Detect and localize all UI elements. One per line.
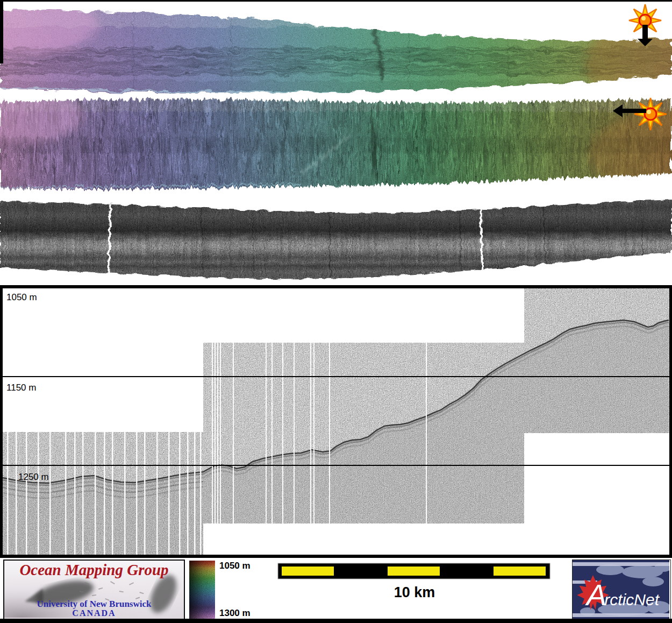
subbottom-profile-panel: 1050 m 1150 m 1250 m bbox=[0, 285, 672, 558]
frame-left-border bbox=[0, 0, 3, 63]
map-scalebar: 10 km bbox=[277, 563, 552, 611]
footer: Ocean Mapping Group University of New Br… bbox=[0, 558, 672, 623]
arcticnet-logo: ArcticNet bbox=[572, 560, 671, 621]
bottom-border-bar bbox=[0, 619, 672, 623]
omg-title: Ocean Mapping Group bbox=[4, 561, 184, 579]
swath-strips-area bbox=[0, 0, 672, 285]
omg-country: CANADA bbox=[4, 608, 184, 618]
depth-colorbar-gradient bbox=[189, 561, 215, 620]
scalebar-label: 10 km bbox=[277, 584, 552, 601]
depth-label-1050: 1050 m bbox=[6, 292, 37, 302]
sidescan-grayscale-strip bbox=[0, 196, 672, 282]
arcticnet-logo-art: ArcticNet bbox=[573, 560, 669, 619]
bathymetry-swath-strip bbox=[0, 0, 672, 108]
depth-label-1250: 1250 m bbox=[18, 472, 49, 482]
depth-label-1150: 1150 m bbox=[6, 383, 36, 393]
backscatter-swath-strip bbox=[0, 89, 672, 195]
scalebar-graphic bbox=[277, 563, 552, 580]
depth-colorbar: 1050 m 1300 m bbox=[189, 561, 259, 623]
colorbar-top-label: 1050 m bbox=[219, 561, 251, 571]
omg-logo: Ocean Mapping Group University of New Br… bbox=[3, 560, 185, 621]
ocean-mapping-figure: 1050 m 1150 m 1250 m bbox=[0, 0, 672, 623]
omg-university: University of New Brunswick bbox=[4, 599, 184, 610]
frame-top-border bbox=[0, 0, 672, 2]
colorbar-bottom-label: 1300 m bbox=[219, 608, 251, 619]
